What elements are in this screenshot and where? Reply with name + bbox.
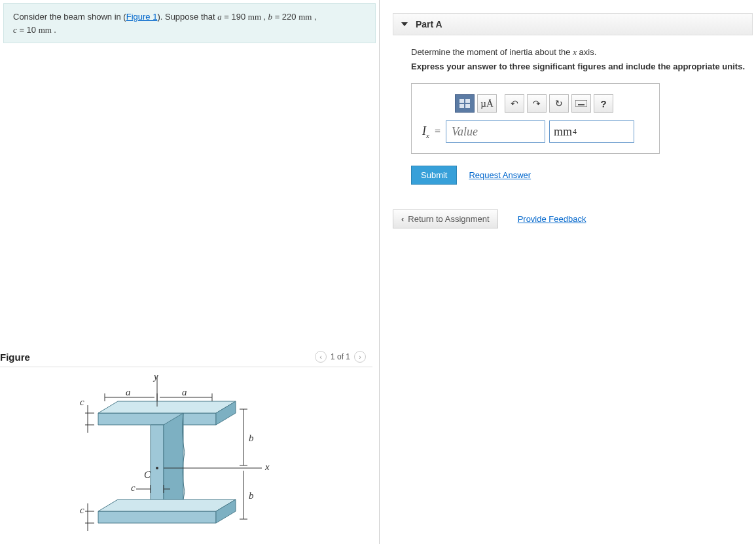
- unit-base: mm: [554, 125, 572, 139]
- problem-statement: Consider the beam shown in (Figure 1). S…: [3, 3, 376, 43]
- dim-a-right: a: [182, 387, 187, 398]
- question-prefix: Determine the moment of inertia about th…: [411, 47, 573, 57]
- equals-sign: =: [435, 126, 441, 137]
- figure-pager: ‹ 1 of 1 ›: [315, 351, 366, 363]
- submit-button[interactable]: Submit: [411, 166, 457, 185]
- dim-c-top: c: [80, 397, 84, 408]
- beam-diagram: y x a a b b c c c C: [65, 374, 288, 544]
- y-axis-label: y: [154, 371, 158, 382]
- dim-c-web: c: [131, 482, 135, 494]
- part-title: Part A: [416, 19, 442, 29]
- answer-box: µÅ ↶ ↷ ↻ ? Ix = mm4: [411, 83, 660, 154]
- unit-exp: 4: [573, 127, 577, 137]
- template-picker-button[interactable]: [455, 94, 475, 113]
- x-axis-label: x: [265, 462, 270, 473]
- collapse-caret-icon: [401, 22, 408, 26]
- question-instruction: Express your answer to three significant…: [411, 62, 749, 71]
- figure-title: Figure: [0, 352, 30, 363]
- answer-toolbar: µÅ ↶ ↷ ↻ ?: [455, 94, 649, 113]
- svg-marker-6: [98, 499, 236, 511]
- units-input[interactable]: mm4: [549, 120, 634, 143]
- dim-b-upper: b: [249, 433, 254, 444]
- problem-text-suffix1: ). Suppose that: [157, 12, 217, 22]
- svg-marker-0: [98, 413, 216, 425]
- figure-link[interactable]: Figure 1: [126, 12, 158, 22]
- question-suffix: axis.: [577, 47, 596, 57]
- help-button[interactable]: ?: [594, 94, 613, 113]
- svg-rect-34: [459, 104, 464, 108]
- dim-a-left: a: [126, 387, 131, 398]
- request-answer-link[interactable]: Request Answer: [469, 170, 531, 180]
- answer-lhs: Ix: [422, 124, 429, 139]
- chevron-left-icon: ‹: [401, 214, 404, 224]
- return-button[interactable]: ‹ Return to Assignment: [393, 209, 498, 228]
- pager-prev-button[interactable]: ‹: [315, 351, 327, 363]
- a-unit: mm: [248, 12, 263, 22]
- reset-button[interactable]: ↻: [549, 94, 569, 113]
- a-eq: = 190: [222, 12, 248, 22]
- redo-button[interactable]: ↷: [527, 94, 547, 113]
- problem-text-prefix: Consider the beam shown in (: [13, 12, 126, 22]
- c-unit: mm: [39, 25, 54, 35]
- dim-c-bottom: c: [80, 505, 84, 516]
- figure-section: Figure ‹ 1 of 1 ›: [0, 347, 379, 544]
- centroid-label: C: [144, 469, 151, 481]
- pager-next-button[interactable]: ›: [354, 351, 366, 363]
- svg-rect-42: [578, 104, 585, 105]
- svg-marker-3: [98, 401, 236, 413]
- svg-marker-5: [164, 413, 183, 511]
- figure-viewport[interactable]: y x a a b b c c c C: [0, 367, 379, 544]
- svg-rect-35: [465, 104, 470, 108]
- svg-marker-2: [98, 511, 216, 523]
- return-label: Return to Assignment: [408, 214, 489, 224]
- comma1: ,: [263, 12, 268, 22]
- question-text: Determine the moment of inertia about th…: [411, 47, 749, 58]
- period: .: [54, 25, 56, 35]
- undo-button[interactable]: ↶: [505, 94, 524, 113]
- svg-rect-36: [575, 100, 587, 107]
- comma2: ,: [314, 12, 317, 22]
- c-eq: = 10: [17, 25, 39, 35]
- provide-feedback-link[interactable]: Provide Feedback: [518, 214, 586, 224]
- svg-rect-33: [465, 99, 470, 103]
- svg-rect-32: [459, 99, 464, 103]
- pager-text: 1 of 1: [331, 352, 350, 361]
- part-header[interactable]: Part A: [393, 13, 753, 35]
- svg-point-31: [156, 467, 158, 469]
- b-unit: mm: [298, 12, 314, 22]
- units-button[interactable]: µÅ: [477, 94, 497, 113]
- keyboard-button[interactable]: [571, 94, 591, 113]
- value-input[interactable]: [446, 120, 545, 143]
- dim-b-lower: b: [249, 490, 254, 501]
- b-eq: = 220: [272, 12, 298, 22]
